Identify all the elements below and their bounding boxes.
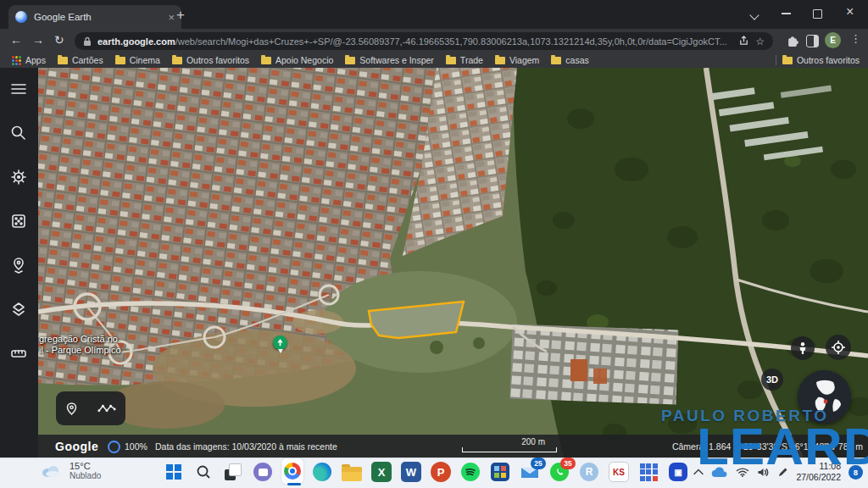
word-icon: W [401, 462, 421, 482]
window-menu-caret-icon[interactable] [751, 12, 758, 19]
google-logo: Google [55, 440, 98, 453]
bookmark-folder-casas[interactable]: casas [551, 55, 588, 65]
bookmark-folder-trade[interactable]: Trade [446, 55, 483, 65]
excel-button[interactable]: X [370, 461, 392, 483]
bookmark-label: Softwares e Insper [359, 55, 434, 65]
reload-button[interactable]: ↻ [54, 33, 64, 47]
back-button[interactable]: ← [10, 33, 22, 47]
side-panel-icon[interactable] [806, 35, 819, 47]
profile-avatar[interactable]: E [825, 32, 841, 48]
park-marker[interactable] [273, 336, 287, 350]
ks-app-icon: KS [609, 462, 629, 482]
imagery-progress-ring [108, 441, 120, 453]
bookmark-folder-cinema[interactable]: Cinema [115, 55, 160, 65]
lock-icon [83, 36, 92, 47]
place-label-line1: gregação Cristã no [39, 334, 121, 345]
draw-path-icon[interactable] [97, 402, 116, 414]
satellite-map[interactable] [38, 68, 868, 458]
search-icon [196, 464, 211, 480]
window-restore-button[interactable] [813, 9, 822, 19]
bookmark-folder-outros[interactable]: Outros favoritos [172, 55, 249, 65]
powerpoint-icon: P [431, 462, 451, 482]
share-icon[interactable] [738, 36, 749, 47]
feeling-lucky-button[interactable] [9, 212, 28, 230]
microsoft-store-button[interactable] [489, 461, 511, 483]
menu-button[interactable] [9, 80, 28, 98]
bookmark-star-icon[interactable]: ☆ [755, 36, 765, 47]
start-button[interactable] [163, 461, 185, 483]
grid-app-button[interactable] [637, 461, 659, 483]
teams-chat-button[interactable] [252, 461, 274, 483]
edge-button[interactable] [311, 461, 333, 483]
folder-icon [782, 57, 793, 64]
place-label-line2: il - Parque Olímpico [39, 345, 121, 356]
bookmark-label: Viagem [509, 55, 539, 65]
tab-close-icon[interactable]: × [168, 12, 175, 23]
tab-strip: Google Earth × + × [0, 0, 868, 29]
blue-app-button[interactable]: ▣ [667, 461, 689, 483]
new-tab-button[interactable]: + [176, 7, 185, 24]
spotify-button[interactable] [459, 461, 481, 483]
whatsapp-badge: 35 [560, 458, 576, 469]
whatsapp-button[interactable]: 35 [548, 461, 570, 483]
map-style-button[interactable] [9, 300, 28, 319]
tree-icon [275, 338, 285, 347]
pegman-button[interactable] [791, 336, 815, 360]
file-explorer-button[interactable] [341, 461, 363, 483]
folder-icon [446, 57, 456, 64]
browser-menu-kebab-icon[interactable]: ⋮ [850, 32, 861, 45]
address-bar[interactable]: earth.google.com/web/search/Mogi+das+Cru… [75, 32, 773, 50]
chrome-button[interactable] [281, 461, 303, 483]
mail-button[interactable]: 25 [519, 461, 541, 483]
folder-icon [551, 57, 561, 64]
taskbar-search-button[interactable] [192, 461, 214, 483]
place-label[interactable]: gregação Cristã no il - Parque Olímpico [39, 334, 121, 356]
search-button[interactable] [9, 124, 28, 142]
imagery-percent: 100% [125, 441, 147, 452]
earth-sidebar [0, 68, 38, 458]
task-view-button[interactable] [222, 461, 244, 483]
extensions-puzzle-icon[interactable] [787, 35, 799, 47]
screen: Google Earth × + × ← → ↻ earth.google.co… [0, 0, 868, 488]
map-tools-pill [56, 391, 125, 425]
weather-widget[interactable]: 15°C Nublado [41, 461, 101, 480]
ks-app-button[interactable]: KS [608, 461, 630, 483]
bookmark-folder-viagem[interactable]: Viagem [495, 55, 539, 65]
cloud-icon [41, 464, 63, 478]
bookmark-label: Cinema [130, 55, 160, 65]
bookmark-label: Outros favoritos [186, 55, 249, 65]
url-path: /web/search/Mogi+das+Cruzes+-+SP/@-23.56… [175, 36, 727, 47]
mail-badge: 25 [531, 458, 546, 469]
weather-temp: 15°C [70, 461, 101, 471]
file-explorer-icon [342, 467, 362, 481]
voyager-button[interactable] [9, 168, 28, 186]
my-location-button[interactable] [826, 335, 851, 360]
bookmark-folder-overflow[interactable]: Outros favoritos [782, 55, 860, 65]
bookmark-apps[interactable]: Apps [12, 55, 46, 65]
store-icon [491, 463, 509, 481]
r-app-button[interactable]: R [578, 461, 600, 483]
forward-button[interactable]: → [32, 33, 44, 47]
pin-icon [9, 256, 28, 274]
toggle-3d-button[interactable]: 3D [761, 369, 783, 391]
bookmark-label: Apps [25, 55, 46, 65]
folder-icon [345, 57, 355, 64]
window-minimize-button[interactable] [782, 8, 791, 14]
bookmarks-bar: Apps Cartões Cinema Outros favoritos Apo… [0, 53, 868, 68]
word-button[interactable]: W [400, 461, 422, 483]
add-placemark-icon[interactable] [65, 402, 78, 416]
apps-grid-icon [12, 56, 21, 65]
folder-icon [172, 57, 182, 64]
bookmark-folder-cartoes[interactable]: Cartões [58, 55, 103, 65]
measure-button[interactable] [9, 344, 28, 363]
bookmark-folder-apoio[interactable]: Apoio Negocio [261, 55, 333, 65]
tab-google-earth[interactable]: Google Earth × [8, 5, 181, 29]
bookmark-folder-softwares[interactable]: Softwares e Insper [345, 55, 434, 65]
powerpoint-button[interactable]: P [430, 461, 452, 483]
scale-bar [462, 447, 557, 452]
projects-button[interactable] [9, 256, 28, 274]
target-icon [831, 340, 846, 355]
bookmark-label: casas [565, 55, 588, 65]
window-close-button[interactable]: × [846, 6, 854, 18]
bookmark-label: Trade [460, 55, 483, 65]
